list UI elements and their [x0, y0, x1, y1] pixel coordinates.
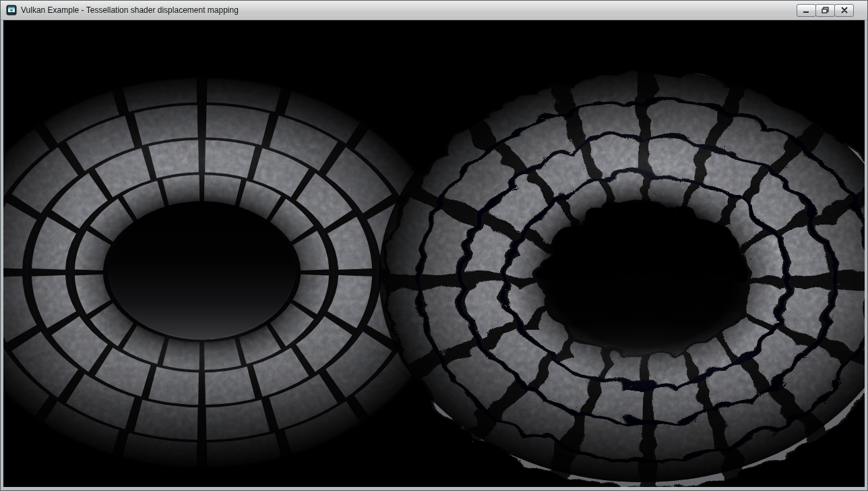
render-viewport[interactable]	[3, 20, 865, 487]
titlebar[interactable]: Vulkan Example - Tessellation shader dis…	[1, 1, 867, 20]
close-button[interactable]	[834, 4, 854, 17]
minimize-icon	[803, 7, 810, 13]
window-title: Vulkan Example - Tessellation shader dis…	[21, 1, 797, 20]
vulkan-render-scene	[3, 20, 865, 487]
restore-down-icon	[822, 7, 829, 13]
close-icon	[841, 7, 848, 13]
vulkan-app-icon	[6, 5, 17, 16]
maximize-button[interactable]	[815, 4, 835, 17]
torus-right-stone-mottle	[377, 67, 865, 487]
app-window: Vulkan Example - Tessellation shader dis…	[0, 0, 868, 491]
minimize-button[interactable]	[797, 4, 816, 17]
app-icon[interactable]	[6, 5, 17, 16]
torus-right-with-displacement	[377, 67, 865, 487]
window-controls	[797, 4, 854, 17]
